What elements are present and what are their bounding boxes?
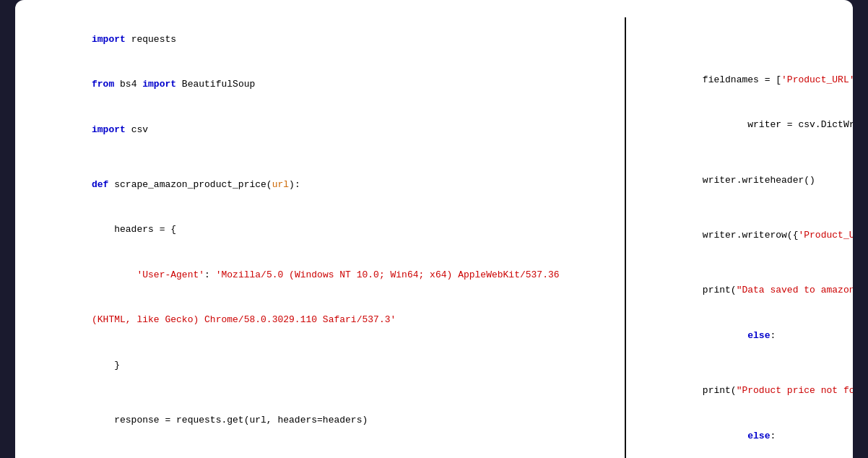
close-brace-line: } — [35, 343, 610, 388]
writerow-line: writer.writerow({'Product_URL': url, 'Pr… — [646, 213, 853, 258]
spacer-right-top4 — [646, 48, 853, 58]
spacer-r2 — [646, 203, 853, 213]
from-bs4-line: from bs4 import BeautifulSoup — [35, 62, 610, 107]
print-notfound-section: print("Product price not found.") else: — [646, 368, 853, 458]
code-window: import requests from bs4 import Beautifu… — [15, 0, 853, 458]
spacer-r1 — [646, 148, 853, 158]
spacer-2 — [35, 388, 610, 398]
spacer-1 — [35, 152, 610, 163]
print-saved-line: print("Data saved to amazon_product_pric… — [646, 269, 853, 314]
headers-assign-line: headers = { — [35, 208, 610, 253]
if-status-section: if response.status_code == 200: soup = B… — [35, 454, 610, 458]
else2-line: else: — [646, 414, 853, 458]
user-agent-line2: (KHTML, like Gecko) Chrome/58.0.3029.110… — [35, 298, 610, 342]
else1-line: else: — [646, 314, 853, 358]
spacer-right-top2 — [646, 27, 853, 38]
imports-section: import requests from bs4 import Beautifu… — [35, 17, 610, 152]
import-csv-line: import csv — [35, 108, 610, 152]
spacer-right-top — [646, 17, 853, 27]
spacer-r3 — [646, 259, 853, 269]
writeheader-section: writer.writeheader() — [646, 158, 853, 203]
left-code-panel: import requests from bs4 import Beautifu… — [35, 17, 626, 458]
right-code-panel: fieldnames = ['Product_URL', 'Product_Pr… — [626, 17, 853, 458]
writeheader-line: writer.writeheader() — [646, 158, 853, 203]
right-fieldnames-section: fieldnames = ['Product_URL', 'Product_Pr… — [646, 58, 853, 148]
spacer-right-top3 — [646, 38, 853, 48]
writerow-section: writer.writerow({'Product_URL': url, 'Pr… — [646, 213, 853, 258]
user-agent-line: 'User-Agent': 'Mozilla/5.0 (Windows NT 1… — [35, 253, 610, 298]
print-saved-section: print("Data saved to amazon_product_pric… — [646, 269, 853, 359]
print-notfound-line: print("Product price not found.") — [646, 368, 853, 413]
code-container: import requests from bs4 import Beautifu… — [35, 17, 833, 458]
def-line: def scrape_amazon_product_price(url): — [35, 163, 610, 207]
spacer-3 — [35, 444, 610, 454]
function-def-section: def scrape_amazon_product_price(url): he… — [35, 163, 610, 388]
fieldnames-line: fieldnames = ['Product_URL', 'Product_Pr… — [646, 58, 853, 103]
spacer-r4 — [646, 358, 853, 368]
if-status-line: if response.status_code == 200: — [35, 454, 610, 458]
import-requests-line: import requests — [35, 17, 610, 62]
writer-line: writer = csv.DictWriter(csvfile, fieldna… — [646, 103, 853, 147]
response-section: response = requests.get(url, headers=hea… — [35, 398, 610, 443]
response-line: response = requests.get(url, headers=hea… — [35, 398, 610, 443]
